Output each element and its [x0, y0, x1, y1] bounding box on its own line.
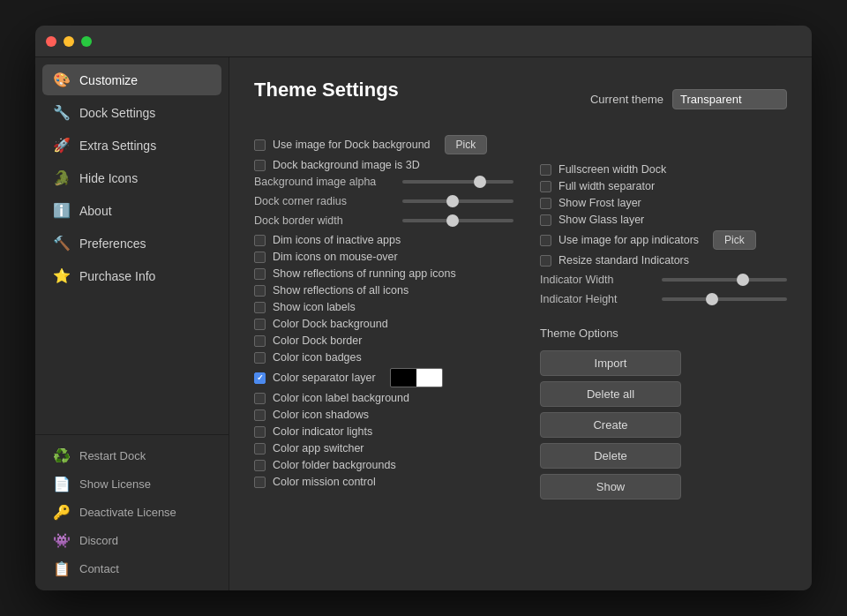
content-area: 🎨 Customize 🔧 Dock Settings 🚀 Extra Sett…	[35, 57, 812, 590]
footer-label-deactivate-license: Deactivate License	[79, 506, 176, 519]
cb-color-indicator-lights[interactable]	[254, 426, 266, 438]
indicator-width-slider[interactable]	[662, 278, 787, 282]
checkbox-use-image-dock-bg: Use image for Dock background Pick	[254, 135, 513, 154]
sidebar-icon-preferences: 🔨	[53, 235, 71, 252]
slider-border-width-row: Dock border width	[254, 214, 513, 227]
footer-icon-contact: 📋	[53, 560, 71, 577]
cb-color-separator-layer[interactable]	[254, 372, 266, 384]
indicator-height-slider[interactable]	[662, 297, 787, 301]
traffic-lights	[46, 36, 92, 47]
cb-full-width-separator[interactable]	[540, 181, 551, 192]
footer-label-restart-dock: Restart Dock	[79, 449, 146, 462]
sidebar-item-purchase-info[interactable]: ⭐ Purchase Info	[42, 260, 221, 291]
close-button[interactable]	[46, 36, 56, 47]
cb-color-folder-bg[interactable]	[254, 460, 266, 471]
cb-use-image-app-indicators[interactable]	[540, 235, 551, 246]
sidebar-icon-about: ℹ️	[53, 202, 71, 219]
cb-show-frost-layer[interactable]	[540, 198, 551, 209]
slider-corner-radius[interactable]	[402, 199, 513, 203]
checkbox-color-dock-border: Color Dock border	[254, 334, 513, 347]
left-column: Use image for Dock background Pick Dock …	[254, 135, 513, 505]
pick-use-image-app-indicators-button[interactable]: Pick	[713, 230, 756, 250]
cb-color-dock-border[interactable]	[254, 335, 266, 347]
sidebar-nav: 🎨 Customize 🔧 Dock Settings 🚀 Extra Sett…	[35, 64, 229, 434]
checkbox-show-reflect-running: Show reflections of running app icons	[254, 267, 513, 280]
import-btn[interactable]: Import	[540, 350, 681, 376]
minimize-button[interactable]	[64, 36, 74, 47]
sidebar-icon-customize: 🎨	[53, 71, 71, 88]
cb-dim-mouseover[interactable]	[254, 252, 266, 263]
footer-item-deactivate-license[interactable]: 🔑 Deactivate License	[42, 499, 221, 526]
checkbox-color-dock-bg: Color Dock background	[254, 318, 513, 330]
show-btn[interactable]: Show	[540, 474, 681, 500]
titlebar	[35, 26, 812, 57]
sidebar-item-preferences[interactable]: 🔨 Preferences	[42, 228, 221, 259]
create-btn[interactable]: Create	[540, 412, 681, 438]
footer-item-contact[interactable]: 📋 Contact	[42, 555, 221, 582]
sidebar-item-customize[interactable]: 🎨 Customize	[42, 64, 221, 95]
maximize-button[interactable]	[81, 36, 92, 47]
cb-color-icon-label-bg[interactable]	[254, 393, 266, 404]
footer-item-show-license[interactable]: 📄 Show License	[42, 470, 221, 498]
delete-all-btn[interactable]: Delete all	[540, 381, 681, 407]
sidebar-item-extra-settings[interactable]: 🚀 Extra Settings	[42, 130, 221, 161]
footer-item-restart-dock[interactable]: ♻️ Restart Dock	[42, 442, 221, 470]
sidebar: 🎨 Customize 🔧 Dock Settings 🚀 Extra Sett…	[35, 57, 229, 590]
current-theme-label: Current theme	[590, 93, 663, 106]
cb-show-glass-layer[interactable]	[540, 214, 551, 226]
cb-color-app-switcher[interactable]	[254, 443, 266, 454]
checkbox-show-icon-labels: Show icon labels	[254, 301, 513, 313]
cb-dim-inactive[interactable]	[254, 235, 266, 246]
cb-fullscreen-width-dock[interactable]	[540, 164, 551, 176]
footer-icon-discord: 👾	[53, 532, 71, 549]
cb-use-image-dock-bg[interactable]	[254, 139, 266, 151]
sidebar-item-dock-settings[interactable]: 🔧 Dock Settings	[42, 97, 221, 128]
sidebar-icon-purchase-info: ⭐	[53, 267, 71, 284]
cb-color-icon-badges[interactable]	[254, 352, 266, 364]
checkbox-dim-inactive: Dim icons of inactive apps	[254, 234, 513, 246]
cb-color-dock-bg[interactable]	[254, 319, 266, 330]
cb-color-mission-control[interactable]	[254, 477, 266, 488]
checkbox-color-mission-control: Color mission control	[254, 476, 513, 488]
slider-corner-radius-row: Dock corner radius	[254, 195, 513, 207]
cb-show-icon-labels[interactable]	[254, 302, 266, 313]
checkbox-dock-bg-3d: Dock background image is 3D	[254, 159, 513, 171]
footer-item-discord[interactable]: 👾 Discord	[42, 527, 221, 554]
checkbox-use-image-app-indicators: Use image for app indicators Pick	[540, 230, 787, 250]
checkbox-fullscreen-width-dock: Fullscreen width Dock	[540, 163, 787, 176]
checkbox-color-icon-label-bg: Color icon label background	[254, 392, 513, 404]
cb-show-reflect-all[interactable]	[254, 285, 266, 297]
checkbox-color-icon-shadows: Color icon shadows	[254, 409, 513, 421]
checkbox-color-icon-badges: Color icon badges	[254, 351, 513, 364]
indicator-width-row: Indicator Width	[540, 274, 787, 286]
checkbox-dim-mouseover: Dim icons on mouse-over	[254, 251, 513, 263]
checkbox-show-glass-layer: Show Glass layer	[540, 214, 787, 226]
theme-select[interactable]: TransparentDarkLightCustom	[672, 89, 787, 109]
sidebar-item-hide-icons[interactable]: 🐊 Hide Icons	[42, 162, 221, 193]
footer-label-discord: Discord	[79, 534, 118, 547]
sidebar-label-purchase-info: Purchase Info	[79, 269, 155, 283]
sidebar-icon-extra-settings: 🚀	[53, 137, 71, 154]
main-content-area: Theme Settings Current theme Transparent…	[229, 57, 812, 590]
sidebar-label-about: About	[79, 204, 112, 218]
checkbox-color-app-switcher: Color app switcher	[254, 442, 513, 454]
cb-color-icon-shadows[interactable]	[254, 409, 266, 421]
theme-options-title: Theme Options	[540, 327, 787, 340]
indicator-height-row: Indicator Height	[540, 293, 787, 305]
main-inner: Use image for Dock background Pick Dock …	[254, 135, 787, 505]
delete-btn[interactable]: Delete	[540, 443, 681, 469]
slider-bg-alpha[interactable]	[402, 180, 513, 184]
sidebar-label-extra-settings: Extra Settings	[79, 139, 156, 153]
pick-dock-bg-button[interactable]: Pick	[445, 135, 488, 154]
sidebar-label-dock-settings: Dock Settings	[79, 106, 155, 120]
slider-border-width[interactable]	[402, 219, 513, 222]
cb-show-reflect-running[interactable]	[254, 268, 266, 280]
footer-label-show-license: Show License	[79, 477, 151, 491]
slider-bg-alpha-row: Background image alpha	[254, 176, 513, 188]
sidebar-label-preferences: Preferences	[79, 237, 146, 251]
sidebar-item-about[interactable]: ℹ️ About	[42, 195, 221, 226]
color-preview-color-separator-layer[interactable]	[390, 368, 443, 387]
cb-resize-standard-indicators[interactable]	[540, 255, 551, 267]
sidebar-label-customize: Customize	[79, 73, 138, 87]
cb-dock-bg-3d[interactable]	[254, 160, 266, 171]
